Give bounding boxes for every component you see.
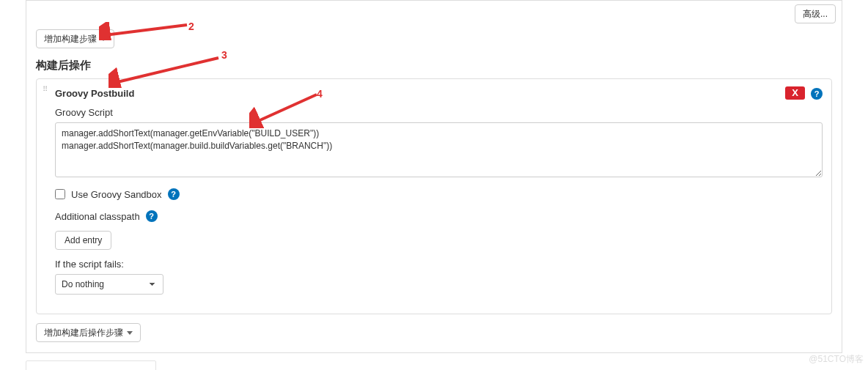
advanced-button[interactable]: 高级... (795, 4, 836, 23)
step-title: Groovy Postbuild (55, 88, 134, 99)
additional-classpath-field: Additional classpath ? Add entry (55, 210, 823, 250)
add-entry-button[interactable]: Add entry (55, 231, 111, 250)
groovy-postbuild-step: ⠿ Groovy Postbuild X ? Groovy Script Use… (36, 78, 832, 314)
groovy-script-textarea[interactable] (55, 122, 823, 177)
additional-classpath-text: Additional classpath (55, 211, 140, 222)
script-fails-select-row: Do nothing (55, 274, 823, 295)
groovy-script-field: Groovy Script (55, 107, 823, 180)
delete-step-button[interactable]: X (785, 86, 805, 100)
script-fails-select[interactable]: Do nothing (55, 274, 163, 295)
groovy-script-label: Groovy Script (55, 107, 823, 118)
help-icon[interactable]: ? (146, 210, 158, 222)
help-icon[interactable]: ? (811, 88, 823, 100)
step-header: Groovy Postbuild X ? (55, 86, 823, 100)
sandbox-row: Use Groovy Sandbox ? (55, 188, 823, 200)
caret-down-icon (100, 37, 106, 41)
sandbox-label[interactable]: Use Groovy Sandbox (71, 189, 162, 200)
watermark: @51CTO博客 (809, 353, 864, 366)
add-post-build-step-button[interactable]: 增加构建后操作步骤 (36, 323, 141, 342)
help-icon[interactable]: ? (168, 188, 180, 200)
add-build-step-label: 增加构建步骤 (44, 33, 97, 45)
add-build-step-button[interactable]: 增加构建步骤 (36, 29, 114, 48)
add-post-build-step-label: 增加构建后操作步骤 (44, 327, 123, 339)
drag-handle-icon[interactable]: ⠿ (43, 88, 50, 98)
config-panel: 高级... 增加构建步骤 构建后操作 ⠿ Groovy Postbuild X … (26, 0, 842, 353)
sandbox-checkbox[interactable] (55, 189, 65, 199)
footer-actions: 保存 应用 (26, 360, 156, 370)
top-bar: 高级... (26, 1, 842, 23)
step-actions: X ? (785, 86, 823, 100)
additional-classpath-label: Additional classpath ? (55, 210, 823, 222)
script-fails-field: If the script fails: Do nothing (55, 259, 823, 295)
caret-down-icon (127, 331, 133, 335)
post-build-section-title: 构建后操作 (36, 59, 842, 73)
script-fails-label: If the script fails: (55, 259, 823, 270)
